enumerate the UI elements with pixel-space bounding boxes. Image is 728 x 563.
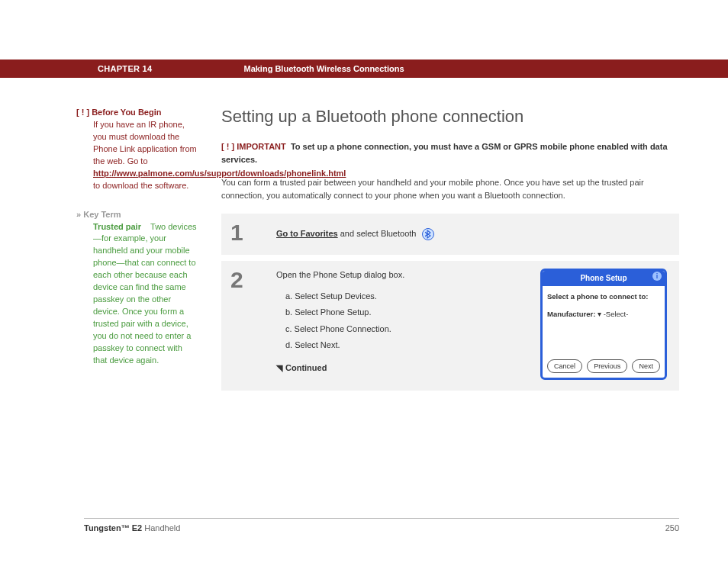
product-name: Tungsten™ E2 Handheld bbox=[84, 523, 180, 532]
main-content: Setting up a Bluetooth phone connection … bbox=[221, 107, 679, 397]
product-rest: Handheld bbox=[142, 523, 180, 532]
dialog-prompt: Select a phone to connect to: bbox=[547, 291, 660, 302]
step-1-number: 1 bbox=[230, 221, 276, 244]
info-icon[interactable]: i bbox=[652, 272, 662, 281]
before-you-begin-callout: [ ! ] Before You Begin If you have an IR… bbox=[76, 107, 198, 192]
continued-arrow-icon: ◥ bbox=[276, 362, 282, 375]
bluetooth-icon bbox=[422, 228, 434, 240]
step-2c: c. Select Phone Connection. bbox=[276, 323, 527, 336]
go-to-favorites-link[interactable]: Go to Favorites bbox=[276, 229, 338, 238]
dialog-titlebar: Phone Setup i bbox=[543, 271, 665, 286]
cancel-button[interactable]: Cancel bbox=[547, 359, 582, 373]
manufacturer-select[interactable]: -Select- bbox=[604, 310, 629, 318]
chapter-title: Making Bluetooth Wireless Connections bbox=[243, 64, 404, 73]
step-2b: b. Select Phone Setup. bbox=[276, 306, 527, 320]
page-number: 250 bbox=[665, 523, 679, 532]
previous-button[interactable]: Previous bbox=[587, 359, 627, 373]
warning-marker-icon: [ ! ] bbox=[76, 108, 89, 117]
key-term-body bbox=[143, 222, 150, 231]
key-term-marker-icon: » bbox=[76, 210, 81, 219]
step-2-number: 2 bbox=[230, 269, 276, 380]
step-1-text: and select Bluetooth bbox=[338, 229, 417, 238]
continued-indicator: ◥Continued bbox=[276, 362, 527, 375]
byb-text-2: to download the software. bbox=[93, 181, 188, 190]
key-term-callout: » Key Term Trusted pair Two devices—for … bbox=[76, 209, 198, 367]
dialog-title-text: Phone Setup bbox=[580, 274, 627, 282]
important-label: IMPORTANT bbox=[237, 142, 286, 151]
key-term-definition: Two devices—for example, your handheld a… bbox=[93, 222, 197, 365]
before-you-begin-title: Before You Begin bbox=[92, 108, 161, 117]
next-button[interactable]: Next bbox=[632, 359, 660, 373]
dropdown-arrow-icon[interactable]: ▾ bbox=[598, 310, 604, 318]
step-2: 2 Open the Phone Setup dialog box. a. Se… bbox=[221, 261, 679, 391]
sidebar: [ ! ] Before You Begin If you have an IR… bbox=[76, 107, 221, 397]
important-note: [ ! ] IMPORTANT To set up a phone connec… bbox=[221, 140, 679, 166]
intro-paragraph: You can form a trusted pair between your… bbox=[221, 176, 679, 201]
key-term-title: Key Term bbox=[83, 210, 121, 219]
step-2-lead: Open the Phone Setup dialog box. bbox=[276, 269, 527, 282]
step-2d: d. Select Next. bbox=[276, 339, 527, 352]
important-marker-icon: [ ! ] bbox=[221, 142, 234, 151]
step-2a: a. Select Setup Devices. bbox=[276, 290, 527, 304]
page-title: Setting up a Bluetooth phone connection bbox=[221, 107, 679, 127]
important-text: To set up a phone connection, you must h… bbox=[221, 142, 668, 164]
product-bold: Tungsten™ E2 bbox=[84, 523, 142, 532]
manufacturer-label: Manufacturer: bbox=[547, 310, 595, 318]
chapter-label: CHAPTER 14 bbox=[98, 64, 152, 73]
step-1: 1 Go to Favorites and select Bluetooth bbox=[221, 214, 679, 255]
before-you-begin-body: If you have an IR phone, you must downlo… bbox=[93, 119, 198, 192]
byb-text-1: If you have an IR phone, you must downlo… bbox=[93, 120, 197, 166]
header-bar: CHAPTER 14 Making Bluetooth Wireless Con… bbox=[0, 60, 728, 78]
continued-label: Continued bbox=[285, 363, 327, 372]
key-term-term: Trusted pair bbox=[93, 222, 141, 231]
steps-list: 1 Go to Favorites and select Bluetooth 2 bbox=[221, 214, 679, 391]
footer: Tungsten™ E2 Handheld 250 bbox=[84, 518, 679, 532]
phone-setup-dialog: Phone Setup i Select a phone to connect … bbox=[540, 269, 667, 380]
